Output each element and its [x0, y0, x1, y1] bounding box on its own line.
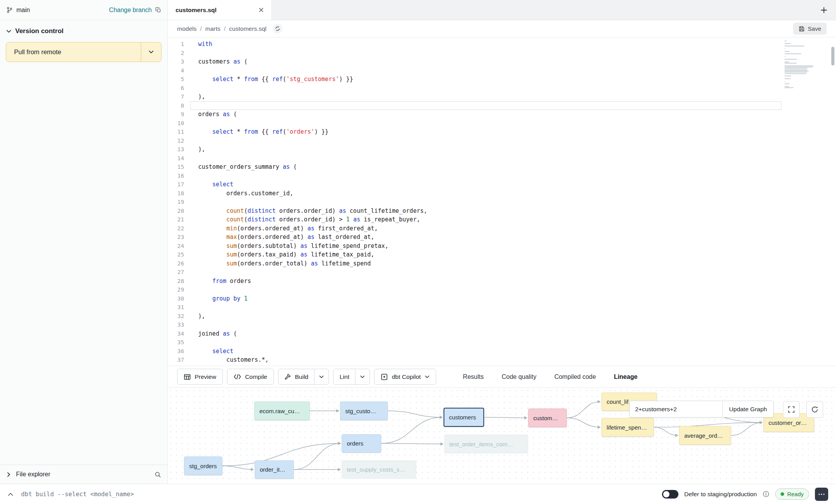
search-icon[interactable]	[154, 471, 161, 478]
code-line[interactable]: 33	[168, 320, 836, 329]
lineage-node-lifetime_spend[interactable]: lifetime_spen…	[602, 418, 654, 437]
save-icon	[799, 26, 805, 32]
pull-from-remote-button[interactable]: Pull from remote	[6, 42, 162, 62]
code-line[interactable]: 35	[168, 338, 836, 347]
build-button[interactable]: Build	[279, 369, 314, 384]
toggle-knob	[663, 491, 669, 497]
result-tab-lineage[interactable]: Lineage	[614, 373, 637, 380]
code-line[interactable]: 29	[168, 285, 836, 294]
lint-options-caret[interactable]	[355, 369, 369, 384]
pull-from-remote-label[interactable]: Pull from remote	[6, 42, 141, 62]
lineage-node-orders[interactable]: orders	[342, 434, 381, 453]
refresh-lineage-button[interactable]	[806, 401, 823, 418]
code-line[interactable]: 15customer_orders_summary as (	[168, 163, 836, 172]
result-tab-results[interactable]: Results	[463, 373, 484, 380]
code-line[interactable]: 11 select * from {{ ref('orders') }}	[168, 127, 836, 136]
status-badge[interactable]: Ready	[775, 488, 809, 500]
code-line[interactable]: 13),	[168, 145, 836, 154]
result-tab-compiled-code[interactable]: Compiled code	[554, 373, 596, 380]
code-line[interactable]: 30 group by 1	[168, 294, 836, 303]
lineage-panel[interactable]: ecom.raw_cu…stg_custo…customerscustom…co…	[168, 387, 836, 484]
defer-toggle[interactable]	[662, 490, 678, 499]
code-line[interactable]: 5 select * from {{ ref('stg_customers') …	[168, 75, 836, 84]
editor-scrollbar[interactable]	[831, 47, 834, 65]
content-column: customers.sql models / marts / customers…	[168, 0, 836, 484]
lineage-node-order_items[interactable]: order_it…	[255, 460, 294, 479]
code-line[interactable]: 31	[168, 303, 836, 312]
file-explorer-header[interactable]: File explorer	[0, 465, 167, 484]
code-line[interactable]: 24 sum(orders.subtotal) as lifetime_spen…	[168, 242, 836, 251]
lineage-node-customers[interactable]: customers	[444, 408, 484, 427]
close-tab-icon[interactable]	[259, 7, 264, 12]
result-tabs: Results Code quality Compiled code Linea…	[463, 373, 638, 380]
build-options-caret[interactable]	[314, 369, 328, 384]
code-line[interactable]: 4	[168, 66, 836, 75]
code-line[interactable]: 1with	[168, 40, 836, 49]
code-line[interactable]: 32),	[168, 312, 836, 321]
hammer-icon	[284, 373, 291, 380]
file-explorer-label: File explorer	[16, 471, 50, 478]
update-graph-button[interactable]: Update Graph	[722, 401, 773, 417]
copy-branch-icon[interactable]	[155, 7, 161, 13]
code-line[interactable]: 20 count(distinct orders.order_id) as co…	[168, 207, 836, 216]
lineage-node-average_order[interactable]: average_ord…	[679, 426, 731, 445]
result-tab-code-quality[interactable]: Code quality	[502, 373, 536, 380]
change-branch-link[interactable]: Change branch	[109, 7, 152, 14]
compile-button[interactable]: Compile	[227, 369, 274, 385]
code-line[interactable]: 9orders as (	[168, 110, 836, 119]
preview-button[interactable]: Preview	[177, 369, 223, 385]
code-line[interactable]: 27	[168, 268, 836, 277]
lineage-node-ecom_raw[interactable]: ecom.raw_cu…	[254, 401, 310, 420]
new-tab-button[interactable]	[820, 7, 827, 14]
preview-grid-icon	[184, 373, 191, 380]
dbt-copilot-button[interactable]: dbt Copilot	[374, 369, 436, 385]
defer-label: Defer to staging/production	[684, 491, 757, 498]
code-editor[interactable]: 1with23customers as (45 select * from {{…	[168, 37, 836, 366]
code-line[interactable]: 18 orders.customer_id,	[168, 189, 836, 198]
code-line[interactable]: 3customers as (	[168, 57, 836, 66]
save-button[interactable]: Save	[793, 23, 827, 35]
lineage-node-customers_sem[interactable]: custom…	[528, 409, 567, 427]
pull-options-caret[interactable]	[141, 42, 161, 62]
code-line[interactable]: 34joined as (	[168, 329, 836, 338]
breadcrumb-file[interactable]: customers.sql	[229, 25, 266, 32]
lineage-node-test_order_items[interactable]: test_order_items_com…	[444, 435, 528, 453]
version-control-header[interactable]: Version control	[0, 20, 167, 41]
code-line[interactable]: 36 select	[168, 347, 836, 356]
code-line[interactable]: 2	[168, 49, 836, 58]
more-options-button[interactable]	[815, 488, 828, 501]
copilot-sparkle-icon	[381, 373, 388, 380]
lineage-selector-input[interactable]: 2+customers+2	[630, 401, 722, 417]
breadcrumb-models[interactable]: models	[177, 25, 197, 32]
fullscreen-button[interactable]	[783, 401, 800, 418]
code-brackets-icon	[234, 374, 241, 380]
code-line[interactable]: 6	[168, 84, 836, 93]
command-bar-expand-icon[interactable]	[8, 492, 13, 496]
lineage-node-test_supply_costs[interactable]: test_supply_costs_s…	[342, 460, 416, 479]
lineage-node-stg_orders[interactable]: stg_orders	[184, 456, 222, 475]
code-line[interactable]: 26 sum(orders.order_total) as lifetime_s…	[168, 259, 836, 268]
code-line[interactable]: 28 from orders	[168, 277, 836, 286]
code-line[interactable]: 17 select	[168, 180, 836, 189]
code-line[interactable]: 37 customers.*,	[168, 355, 836, 364]
code-line[interactable]: 8	[168, 101, 836, 110]
lint-button[interactable]: Lint	[334, 369, 355, 384]
lineage-node-stg_customers[interactable]: stg_custo…	[340, 401, 388, 420]
version-control-label: Version control	[15, 27, 64, 35]
breadcrumb-marts[interactable]: marts	[205, 25, 220, 32]
code-line[interactable]: 21 count(distinct orders.order_id) > 1 a…	[168, 215, 836, 224]
code-line[interactable]: 7),	[168, 92, 836, 101]
code-line[interactable]: 14	[168, 154, 836, 163]
code-line[interactable]: 16	[168, 172, 836, 180]
code-line[interactable]: 25 sum(orders.tax_paid) as lifetime_tax_…	[168, 250, 836, 259]
file-sync-state-icon[interactable]	[272, 23, 283, 34]
minimap[interactable]	[785, 41, 818, 89]
code-line[interactable]: 19	[168, 198, 836, 207]
code-line[interactable]: 22 min(orders.ordered_at) as first_order…	[168, 224, 836, 233]
command-input[interactable]: dbt build --select <model_name>	[21, 491, 134, 498]
info-icon[interactable]	[763, 491, 769, 497]
code-line[interactable]: 10	[168, 119, 836, 128]
code-line[interactable]: 12	[168, 136, 836, 145]
tab-customers-sql[interactable]: customers.sql	[168, 0, 272, 20]
code-line[interactable]: 23 max(orders.ordered_at) as last_ordere…	[168, 233, 836, 242]
